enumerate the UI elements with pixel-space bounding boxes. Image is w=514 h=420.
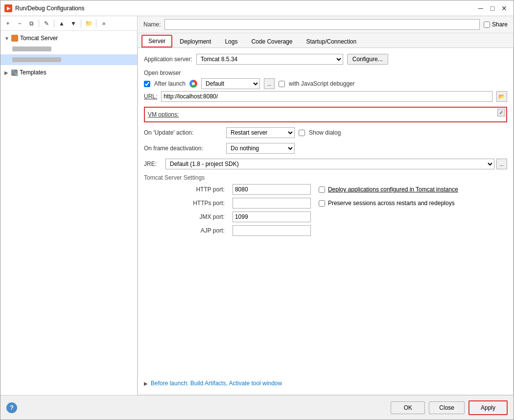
url-label: URL: <box>144 93 157 100</box>
browser-more-button[interactable]: ... <box>264 78 275 89</box>
url-browse-button[interactable]: 📂 <box>496 91 507 102</box>
jre-more-button[interactable]: ... <box>496 159 507 169</box>
apply-button[interactable]: Apply <box>468 400 508 415</box>
after-launch-row: After launch Default ... with JavaScript… <box>144 78 507 89</box>
vm-options-expand-button[interactable]: ⤢ <box>497 109 505 117</box>
close-button[interactable]: ✕ <box>499 3 510 14</box>
jmx-port-input[interactable] <box>233 211 311 222</box>
preserve-sessions-area: Preserve sessions across restarts and re… <box>319 200 507 207</box>
on-update-label: On 'Update' action: <box>144 129 222 136</box>
browser-select[interactable]: Default <box>201 78 260 89</box>
on-frame-select[interactable]: Do nothing <box>226 143 295 154</box>
bottom-left: ? <box>6 402 17 413</box>
js-debugger-label: with JavaScript debugger <box>289 80 355 87</box>
after-launch-checkbox[interactable] <box>144 81 150 87</box>
on-update-row: On 'Update' action: Restart server Show … <box>144 127 507 138</box>
jre-row: JRE: Default (1.8 - project SDK) ... <box>144 159 507 169</box>
more-button[interactable]: » <box>98 18 109 29</box>
tab-startup[interactable]: Startup/Connection <box>300 35 363 47</box>
help-button[interactable]: ? <box>6 402 17 413</box>
tab-code-coverage[interactable]: Code Coverage <box>245 35 299 47</box>
blurred-label-2 <box>12 57 61 62</box>
on-frame-row: On frame deactivation: Do nothing <box>144 143 507 154</box>
templates-label: Templates <box>20 69 47 76</box>
vm-options-label: VM options: <box>148 111 179 118</box>
app-server-label: Application server: <box>144 56 192 63</box>
jmx-port-label: JMX port: <box>144 213 225 220</box>
sidebar-item-child-2[interactable] <box>0 54 137 65</box>
arrow-down-button[interactable]: ▼ <box>68 18 79 29</box>
dialog-title: Run/Debug Configurations <box>15 5 475 12</box>
arrow-up-button[interactable]: ▲ <box>56 18 67 29</box>
sidebar-item-child-1[interactable] <box>0 44 137 54</box>
name-input[interactable] <box>164 19 480 30</box>
deploy-apps-checkbox[interactable] <box>319 187 325 193</box>
deploy-apps-label: Deploy applications configured in Tomcat… <box>328 186 458 193</box>
name-field-label: Name: <box>143 21 161 28</box>
open-browser-header: Open browser <box>144 70 507 76</box>
template-icon: 🔧 <box>11 70 18 76</box>
https-port-label: HTTPs port: <box>144 200 225 207</box>
minimize-button[interactable]: ─ <box>475 3 486 14</box>
folder-button[interactable]: 📁 <box>83 18 94 29</box>
bottom-right: OK Close Apply <box>391 400 508 415</box>
tab-server[interactable]: Server <box>141 35 172 47</box>
remove-config-button[interactable]: − <box>14 18 25 29</box>
separator-4 <box>96 20 96 27</box>
run-debug-dialog: ▶ Run/Debug Configurations ─ □ ✕ + − ⧉ ✎… <box>0 0 514 420</box>
copy-config-button[interactable]: ⧉ <box>26 18 37 29</box>
share-checkbox[interactable] <box>484 22 490 28</box>
sidebar-item-templates[interactable]: ▶ 🔧 Templates <box>0 67 137 78</box>
jre-label: JRE: <box>144 161 164 167</box>
tomcat-icon <box>11 35 18 42</box>
open-browser-section: Open browser After launch Default ... wi… <box>144 70 507 102</box>
url-input[interactable] <box>161 91 492 102</box>
app-icon: ▶ <box>4 4 12 12</box>
ajp-port-input[interactable] <box>233 225 311 236</box>
sidebar-item-tomcat-server[interactable]: ▼ Tomcat Server <box>0 33 137 44</box>
before-launch-section[interactable]: ▶ Before launch: Build Artifacts, Activa… <box>144 378 507 389</box>
ports-grid: HTTP port: Deploy applications configure… <box>144 184 507 236</box>
ok-button[interactable]: OK <box>391 401 425 414</box>
configure-button[interactable]: Configure... <box>347 54 388 65</box>
separator-2 <box>54 20 54 27</box>
share-area: Share <box>484 21 508 28</box>
separator-3 <box>81 20 81 27</box>
show-dialog-label: Show dialog <box>309 129 341 136</box>
tab-deployment[interactable]: Deployment <box>173 35 217 47</box>
http-port-label: HTTP port: <box>144 186 225 193</box>
tabs-bar: Server Deployment Logs Code Coverage Sta… <box>138 33 514 48</box>
expand-icon: ▼ <box>4 36 10 41</box>
on-update-select[interactable]: Restart server <box>226 127 295 138</box>
close-dialog-button[interactable]: Close <box>429 401 465 414</box>
vm-options-box: VM options: ⤢ <box>144 107 507 122</box>
preserve-sessions-checkbox[interactable] <box>319 200 325 207</box>
main-content: + − ⧉ ✎ ▲ ▼ 📁 » ▼ Tomcat Server <box>0 16 514 395</box>
edit-config-button[interactable]: ✎ <box>41 18 52 29</box>
tomcat-server-label: Tomcat Server <box>20 35 58 42</box>
tab-logs[interactable]: Logs <box>218 35 244 47</box>
name-row: Name: Share <box>138 16 514 33</box>
http-port-input[interactable] <box>233 184 311 195</box>
blurred-label-1 <box>12 47 51 51</box>
deploy-apps-area: Deploy applications configured in Tomcat… <box>319 186 507 193</box>
chrome-browser-icon <box>189 80 197 88</box>
maximize-button[interactable]: □ <box>487 3 498 14</box>
show-dialog-checkbox[interactable] <box>299 130 305 136</box>
jre-select[interactable]: Default (1.8 - project SDK) <box>165 159 494 169</box>
app-server-select[interactable]: Tomcat 8.5.34 <box>196 54 343 65</box>
title-bar: ▶ Run/Debug Configurations ─ □ ✕ <box>0 0 514 16</box>
bottom-bar: ? OK Close Apply <box>0 395 514 420</box>
content-spacer <box>144 241 507 373</box>
add-config-button[interactable]: + <box>2 18 13 29</box>
tomcat-settings-section: Tomcat Server Settings HTTP port: Deploy… <box>144 174 507 236</box>
templates-expand-icon: ▶ <box>4 70 10 75</box>
vm-options-input[interactable] <box>183 110 503 119</box>
js-debugger-checkbox[interactable] <box>279 81 285 87</box>
before-launch-label: Before launch: Build Artifacts, Activate… <box>151 380 282 387</box>
separator-1 <box>39 20 39 27</box>
https-port-input[interactable] <box>233 198 311 209</box>
app-server-row: Application server: Tomcat 8.5.34 Config… <box>144 54 507 65</box>
sidebar-toolbar: + − ⧉ ✎ ▲ ▼ 📁 » <box>0 16 137 31</box>
right-panel: Name: Share Server Deployment Logs <box>138 16 514 395</box>
